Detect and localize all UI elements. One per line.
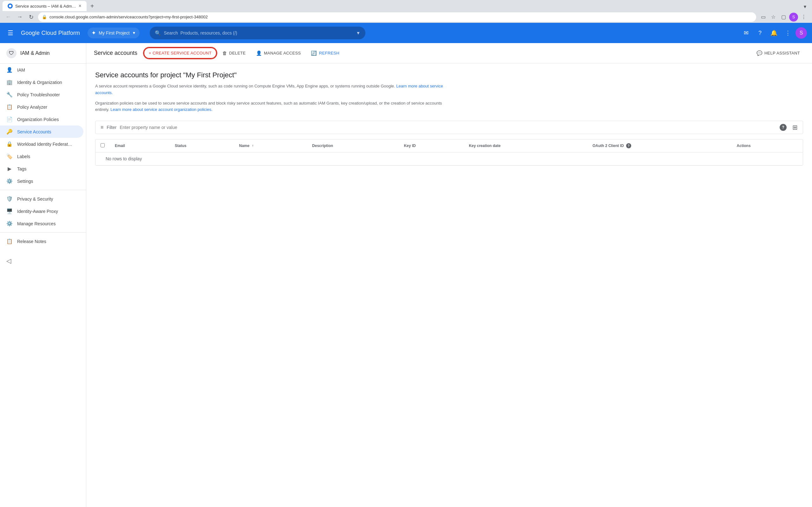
more-menu-button[interactable]: ⋮ bbox=[799, 13, 808, 21]
browser-chrome: Service accounts – IAM & Adm… × + ▼ ← → … bbox=[0, 0, 812, 23]
oauth2-header-label: OAuth 2 Client ID bbox=[593, 144, 624, 148]
sidebar-header-icon: 🛡 bbox=[6, 48, 16, 58]
gcp-header: ☰ Google Cloud Platform ✦ My First Proje… bbox=[0, 23, 812, 43]
create-service-account-label: + CREATE SERVICE ACCOUNT bbox=[149, 51, 212, 55]
forward-button[interactable]: → bbox=[15, 13, 24, 21]
sidebar-item-service-accounts[interactable]: 🔑 Service Accounts bbox=[0, 125, 84, 138]
sidebar-item-label-tags: Tags bbox=[17, 166, 27, 171]
identity-aware-proxy-icon: 🖥️ bbox=[6, 208, 13, 214]
manage-access-icon: 👤 bbox=[256, 50, 262, 56]
email-column-header: Email bbox=[110, 139, 170, 153]
project-name: My First Project bbox=[99, 31, 130, 36]
sidebar-item-label-workload-identity: Workload Identity Federat… bbox=[17, 142, 72, 147]
active-tab[interactable]: Service accounts – IAM & Adm… × bbox=[3, 1, 87, 11]
delete-icon: 🗑 bbox=[222, 50, 227, 56]
search-container: 🔍 Search Products, resources, docs (/) ▼ bbox=[150, 26, 365, 39]
bookmark-button[interactable]: ☆ bbox=[769, 13, 778, 21]
sidebar-item-release-notes[interactable]: 📋 Release Notes bbox=[0, 235, 84, 247]
delete-label: DELETE bbox=[229, 51, 246, 55]
identity-org-icon: 🏢 bbox=[6, 79, 13, 85]
sidebar-header-title: IAM & Admin bbox=[20, 50, 49, 56]
create-service-account-button[interactable]: + CREATE SERVICE ACCOUNT bbox=[144, 48, 217, 59]
sidebar-item-workload-identity[interactable]: 🔒 Workload Identity Federat… bbox=[0, 138, 84, 150]
sidebar-item-label-labels: Labels bbox=[17, 154, 30, 159]
refresh-button[interactable]: 🔄 REFRESH bbox=[306, 48, 344, 59]
name-sort-icon: ↑ bbox=[252, 144, 254, 148]
help-assistant-button[interactable]: 💬 HELP ASSISTANT bbox=[752, 48, 804, 59]
sidebar-item-label-privacy-security: Privacy & Security bbox=[17, 196, 53, 202]
sidebar-item-org-policies[interactable]: 📄 Organization Policies bbox=[0, 113, 84, 125]
columns-icon[interactable]: ⊞ bbox=[792, 124, 798, 131]
project-selector[interactable]: ✦ My First Project ▼ bbox=[88, 27, 140, 38]
key-id-header-label: Key ID bbox=[404, 144, 415, 148]
project-dropdown-icon: ▼ bbox=[132, 31, 136, 35]
description-2-link[interactable]: Learn more about service account organiz… bbox=[110, 107, 212, 112]
tab-close-button[interactable]: × bbox=[78, 3, 81, 9]
notifications-bell-button[interactable]: 🔔 bbox=[768, 26, 780, 39]
sidebar-item-identity-aware-proxy[interactable]: 🖥️ Identity-Aware Proxy bbox=[0, 205, 84, 217]
address-bar[interactable]: 🔒 console.cloud.google.com/iam-admin/ser… bbox=[38, 12, 756, 22]
name-column-header[interactable]: Name ↑ bbox=[234, 139, 307, 153]
user-avatar-browser[interactable]: S bbox=[789, 13, 798, 21]
browser-tabs: Service accounts – IAM & Adm… × + ▼ bbox=[0, 0, 812, 11]
name-header-label: Name bbox=[239, 144, 250, 148]
page-description-1: A service account represents a Google Cl… bbox=[95, 83, 444, 96]
sidebar-item-settings[interactable]: ⚙️ Settings bbox=[0, 175, 84, 187]
privacy-security-icon: 🛡️ bbox=[6, 196, 13, 202]
sidebar-item-label-service-accounts: Service Accounts bbox=[17, 129, 51, 134]
sidebar-item-labels[interactable]: 🏷️ Labels bbox=[0, 150, 84, 163]
browser-right-icons: ▭ ☆ ▢ S ⋮ bbox=[759, 13, 808, 21]
gcp-logo: Google Cloud Platform bbox=[21, 30, 80, 37]
key-creation-date-column-header: Key creation date bbox=[464, 139, 588, 153]
sidebar-item-label-policy-analyzer: Policy Analyzer bbox=[17, 105, 47, 110]
sidebar-header: 🛡 IAM & Admin bbox=[0, 43, 86, 64]
sidebar-item-label-identity-aware-proxy: Identity-Aware Proxy bbox=[17, 209, 58, 214]
back-button[interactable]: ← bbox=[4, 13, 13, 21]
browser-toolbar: ← → ↻ 🔒 console.cloud.google.com/iam-adm… bbox=[0, 11, 812, 23]
key-id-column-header: Key ID bbox=[399, 139, 464, 153]
sidebar-item-policy-troubleshooter[interactable]: 🔧 Policy Troubleshooter bbox=[0, 89, 84, 101]
page-main-title: Service accounts for project "My First P… bbox=[95, 71, 803, 79]
search-label: Search bbox=[164, 31, 177, 36]
user-avatar[interactable]: S bbox=[796, 27, 807, 39]
sidebar-item-identity-org[interactable]: 🏢 Identity & Organization bbox=[0, 76, 84, 89]
oauth2-help-icon[interactable]: ? bbox=[626, 143, 631, 148]
key-creation-date-header-label: Key creation date bbox=[469, 144, 501, 148]
reload-button[interactable]: ↻ bbox=[27, 13, 36, 21]
settings-icon: ⚙️ bbox=[6, 178, 13, 184]
lock-icon: 🔒 bbox=[42, 14, 47, 19]
browser-minimize-button[interactable]: ▼ bbox=[801, 2, 809, 11]
select-all-checkbox[interactable] bbox=[101, 143, 105, 147]
profile-button[interactable]: ▢ bbox=[779, 13, 788, 21]
more-options-button[interactable]: ⋮ bbox=[781, 26, 794, 39]
table-header-row: Email Status Name ↑ Description bbox=[96, 139, 803, 153]
notifications-button[interactable]: ✉ bbox=[740, 26, 752, 39]
search-placeholder: Products, resources, docs (/) bbox=[181, 31, 351, 36]
help-assistant-label: HELP ASSISTANT bbox=[764, 51, 800, 55]
org-policies-icon: 📄 bbox=[6, 116, 13, 122]
email-header-label: Email bbox=[115, 144, 125, 148]
sidebar-item-privacy-security[interactable]: 🛡️ Privacy & Security bbox=[0, 193, 84, 205]
cast-button[interactable]: ▭ bbox=[759, 13, 768, 21]
sidebar-item-tags[interactable]: ▶ Tags bbox=[0, 163, 84, 175]
release-notes-icon: 📋 bbox=[6, 238, 13, 244]
sidebar-item-label-settings: Settings bbox=[17, 179, 33, 184]
url-text: console.cloud.google.com/iam-admin/servi… bbox=[49, 14, 752, 19]
sidebar-item-label-identity-org: Identity & Organization bbox=[17, 80, 62, 85]
data-table-container: Email Status Name ↑ Description bbox=[95, 139, 803, 166]
new-tab-button[interactable]: + bbox=[87, 1, 98, 11]
manage-access-button[interactable]: 👤 MANAGE ACCESS bbox=[252, 48, 305, 59]
labels-icon: 🏷️ bbox=[6, 153, 13, 159]
help-button[interactable]: ? bbox=[754, 26, 766, 39]
filter-input[interactable] bbox=[119, 125, 776, 130]
sidebar-item-policy-analyzer[interactable]: 📋 Policy Analyzer bbox=[0, 101, 84, 113]
search-box[interactable]: 🔍 Search Products, resources, docs (/) ▼ bbox=[150, 26, 365, 39]
filter-help-button[interactable]: ? bbox=[780, 124, 786, 131]
sidebar-item-manage-resources[interactable]: ⚙️ Manage Resources bbox=[0, 217, 84, 230]
status-column-header: Status bbox=[170, 139, 234, 153]
no-rows-row: No rows to display bbox=[96, 153, 803, 165]
hamburger-menu-button[interactable]: ☰ bbox=[5, 26, 16, 39]
delete-button[interactable]: 🗑 DELETE bbox=[218, 48, 250, 58]
sidebar-collapse-button[interactable]: ◁ bbox=[6, 257, 11, 265]
sidebar-item-iam[interactable]: 👤 IAM bbox=[0, 64, 84, 76]
